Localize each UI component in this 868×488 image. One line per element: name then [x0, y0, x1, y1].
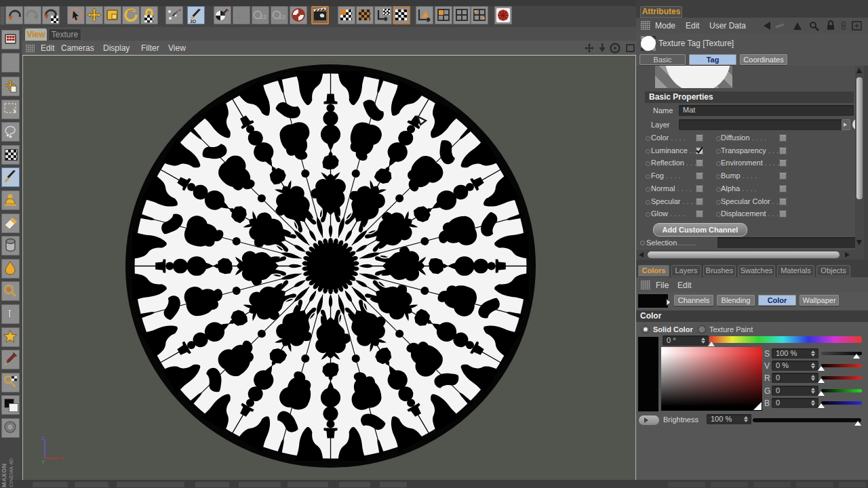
svg-text:X: X: [60, 455, 64, 462]
svg-text:Y: Y: [41, 459, 45, 464]
svg-text:3D: 3D: [190, 19, 196, 24]
svg-text:12: 12: [260, 14, 267, 20]
svg-text:of: of: [236, 10, 244, 20]
svg-text:12: 12: [279, 14, 285, 20]
svg-text:Z: Z: [41, 435, 45, 441]
svg-text:T: T: [6, 308, 14, 321]
